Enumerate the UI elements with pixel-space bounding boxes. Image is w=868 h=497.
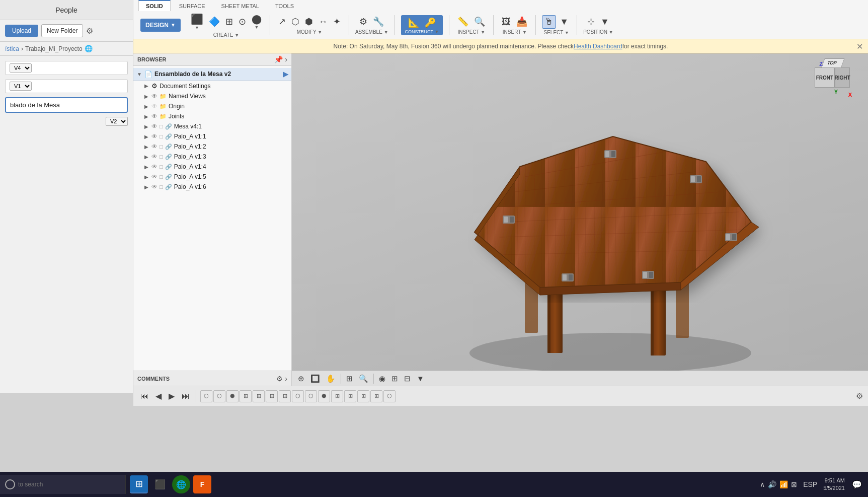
design-dropdown[interactable]: DESIGN ▼ [140, 19, 181, 32]
tree-item-named-views[interactable]: ▶ 👁 📁 Named Views [133, 91, 291, 101]
network-icon[interactable]: 📶 [779, 480, 788, 488]
position-more-btn[interactable]: ▼ [598, 16, 611, 28]
timeline-settings-button[interactable]: ⚙ [856, 391, 863, 401]
modify-scale-btn[interactable]: ↔ [317, 16, 330, 28]
tab-sheet-metal[interactable]: SHEET METAL [214, 1, 267, 11]
tree-item-paloa-5[interactable]: ▶ 👁 □ 🔗 Palo_A v1:5 [133, 172, 291, 182]
timeline-step-13[interactable]: ⊞ [357, 390, 369, 402]
timeline-step-14[interactable]: ⊞ [370, 390, 382, 402]
modify-fillet-btn[interactable]: ↗ [276, 15, 288, 28]
globe-icon[interactable]: 🌐 [85, 45, 93, 52]
new-folder-button[interactable]: New Folder [41, 24, 83, 37]
viewport[interactable]: TOP FRONT RIGHT X Y Z [292, 53, 868, 371]
inspect-more-btn[interactable]: 🔍 [472, 15, 487, 28]
version-select-2[interactable]: V1V2 [10, 82, 32, 91]
select-cursor-btn[interactable]: 🖱 [542, 15, 556, 29]
timeline-play-button[interactable]: ▶ [167, 390, 177, 402]
timeline-step-6[interactable]: ⊞ [266, 390, 278, 402]
close-notification-button[interactable]: ✕ [856, 41, 863, 51]
assemble-more-btn[interactable]: 🔧 [371, 15, 386, 28]
tree-item-paloa-3[interactable]: ▶ 👁 □ 🔗 Palo_A v1:3 [133, 152, 291, 162]
file-explorer-icon[interactable]: ⬛ [151, 475, 169, 493]
comments-settings-button[interactable]: ⚙ [276, 375, 283, 383]
timeline-step-10[interactable]: ⬢ [318, 390, 330, 402]
tree-item-paloa-6[interactable]: ▶ 👁 □ 🔗 Palo_A v1:6 [133, 182, 291, 192]
start-menu-icon[interactable]: ⊞ [130, 475, 148, 493]
arrow-up-icon[interactable]: ∧ [760, 480, 765, 488]
timeline-step-7[interactable]: ⊞ [279, 390, 291, 402]
health-dashboard-link[interactable]: Health Dashboard [574, 43, 622, 50]
clock-area[interactable]: 9:51 AM 5/5/2021 [823, 477, 845, 492]
timeline-step-2[interactable]: ⬡ [213, 390, 225, 402]
create-extrude-btn[interactable]: ⬛ ▼ [189, 12, 205, 31]
timeline-step-8[interactable]: ⬡ [292, 390, 304, 402]
tree-root-item[interactable]: ▼ 📄 Ensamblado de la Mesa v2 ▶ [133, 68, 291, 81]
cube-front-face[interactable]: FRONT [815, 67, 835, 88]
construct-axis-btn[interactable]: 🔑 [423, 16, 438, 29]
modify-shell-btn[interactable]: ⬢ [303, 15, 315, 28]
timeline-back-button[interactable]: ◀ [153, 390, 164, 402]
upload-button[interactable]: Upload [5, 25, 38, 37]
insert-decal-btn[interactable]: 🖼 [500, 16, 513, 28]
position-move-btn[interactable]: ⊹ [585, 15, 597, 28]
create-loft-btn[interactable]: ⊙ [236, 15, 248, 28]
chat-icon[interactable]: 💬 [852, 480, 862, 489]
timeline-step-3[interactable]: ⬢ [226, 390, 239, 402]
viewport-look-at-button[interactable]: 🔲 [308, 373, 322, 384]
volume-icon[interactable]: 🔊 [768, 480, 776, 488]
timeline-end-button[interactable]: ⏭ [180, 391, 192, 402]
breadcrumb-home[interactable]: ística [5, 45, 19, 52]
modify-more-btn[interactable]: ✦ [331, 15, 343, 28]
fusion360-icon[interactable]: F [193, 475, 211, 493]
create-sweep-btn[interactable]: ⊞ [223, 15, 235, 28]
timeline-step-11[interactable]: ⊞ [331, 390, 343, 402]
viewport-orbit-button[interactable]: ⊕ [296, 373, 306, 384]
timeline-step-1[interactable]: ⬡ [200, 390, 212, 402]
settings-gear-icon[interactable]: ⚙ [86, 26, 93, 36]
taskbar-search-area [0, 475, 126, 494]
assemble-joint-btn[interactable]: ⚙ [357, 15, 369, 28]
viewport-grid-button[interactable]: ⊞ [389, 373, 400, 384]
wifi-icon[interactable]: ⊠ [791, 480, 797, 488]
tree-item-paloa-4[interactable]: ▶ 👁 □ 🔗 Palo_A v1:4 [133, 162, 291, 172]
timeline-step-9[interactable]: ⬡ [305, 390, 317, 402]
modify-chamfer-btn[interactable]: ⬡ [289, 15, 301, 28]
cube-right-face[interactable]: RIGHT [835, 67, 850, 88]
chrome-icon[interactable]: 🌐 [172, 475, 190, 493]
timeline-step-5[interactable]: ⊞ [253, 390, 265, 402]
construct-plane-btn[interactable]: 📐 [406, 16, 421, 29]
viewport-more-button[interactable]: ▼ [415, 373, 426, 384]
inspect-measure-btn[interactable]: 📏 [455, 15, 470, 28]
tree-item-document-settings[interactable]: ▶ ⚙ Document Settings [133, 81, 291, 91]
timeline-step-12[interactable]: ⊞ [344, 390, 356, 402]
tree-item-joints[interactable]: ▶ 👁 📁 Joints [133, 111, 291, 121]
tab-surface[interactable]: SURFACE [172, 1, 213, 11]
tree-item-paloa-1[interactable]: ▶ 👁 □ 🔗 Palo_A v1:1 [133, 131, 291, 141]
viewport-cube[interactable]: TOP FRONT RIGHT X Y Z [813, 58, 858, 104]
viewport-zoom-fit-button[interactable]: ⊞ [344, 373, 355, 384]
create-more-btn[interactable]: ⬤▼ [250, 13, 264, 31]
taskbar-search-input[interactable] [18, 481, 99, 488]
timeline-step-4[interactable]: ⊞ [240, 390, 252, 402]
timeline-start-button[interactable]: ⏮ [138, 391, 150, 402]
version-select-3[interactable]: V2V1 [106, 117, 128, 126]
select-more-btn[interactable]: ▼ [558, 16, 571, 28]
sidebar: People Upload New Folder ⚙ ística › Trab… [0, 0, 133, 393]
viewport-zoom-button[interactable]: 🔍 [357, 373, 370, 384]
tree-item-mesa[interactable]: ▶ 👁 □ 🔗 Mesa v4:1 [133, 121, 291, 131]
tab-tools[interactable]: TOOLS [268, 1, 301, 11]
tab-solid[interactable]: SOLID [138, 0, 171, 11]
timeline-step-15[interactable]: ⬡ [383, 390, 396, 402]
viewport-pan-button[interactable]: ✋ [324, 373, 338, 384]
browser-pin-button[interactable]: 📌 [274, 55, 283, 63]
insert-more-btn[interactable]: 📥 [514, 15, 529, 28]
browser-expand-button[interactable]: › [285, 55, 287, 63]
viewport-grid-more-button[interactable]: ⊟ [402, 373, 413, 384]
tree-item-origin[interactable]: ▶ 👁 📁 Origin [133, 101, 291, 111]
tree-item-paloa-2[interactable]: ▶ 👁 □ 🔗 Palo_A v1:2 [133, 141, 291, 152]
comments-expand-button[interactable]: › [285, 375, 287, 383]
version-select-1[interactable]: V4V3V2V1 [10, 63, 32, 73]
viewport-visual-style-button[interactable]: ◉ [377, 373, 387, 384]
construct-group[interactable]: 📐 🔑 CONSTRUCT ▼ [401, 15, 443, 35]
create-revolve-btn[interactable]: 🔷 [207, 15, 222, 28]
